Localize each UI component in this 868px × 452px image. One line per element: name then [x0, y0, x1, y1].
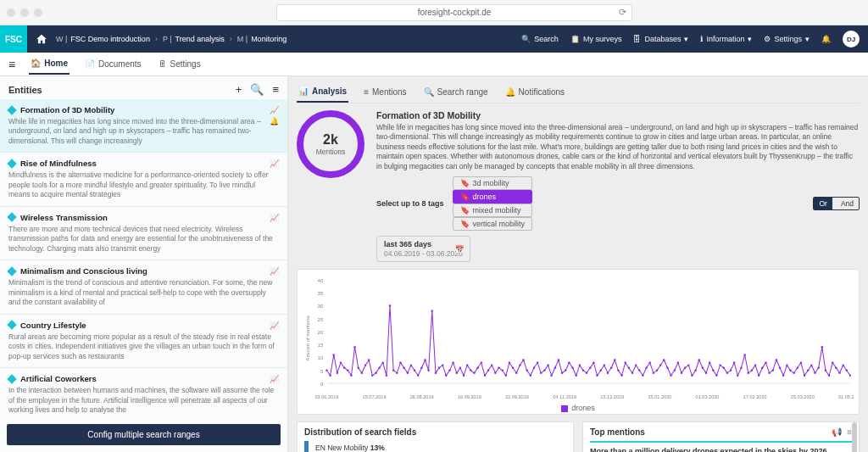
crumb-module[interactable]: M |Monitoring [237, 35, 287, 43]
chart-icon[interactable]: 📈 [270, 106, 279, 114]
panel-title: Top mentions [590, 427, 645, 437]
tab-home[interactable]: 🏠Home [29, 53, 70, 75]
entities-list[interactable]: Formation of 3D MobilityWhile life in me… [0, 99, 287, 417]
avatar[interactable]: DJ [843, 31, 860, 47]
entity-title: Artificial Coworkers [20, 374, 97, 383]
chevron-right-icon: › [155, 35, 158, 43]
information-menu[interactable]: ℹInformation ▾ [700, 35, 752, 43]
crumb-project[interactable]: P |Trend analysis [163, 35, 225, 43]
date-range-picker[interactable]: last 365 days 04.06.2019 - 03.06.2020 📅 [376, 236, 470, 262]
notifications-button[interactable]: 🔔 [821, 35, 831, 43]
mentions-count: 2k [323, 132, 338, 148]
svg-point-109 [674, 370, 676, 371]
chart-icon[interactable]: 📈 [270, 214, 279, 222]
entity-item[interactable]: Country LifestyleRural areas are becomin… [0, 315, 287, 368]
bell-icon[interactable]: 🔔 [270, 117, 279, 126]
chart-icon[interactable]: 📈 [270, 321, 279, 330]
svg-point-95 [624, 362, 626, 364]
svg-point-84 [586, 372, 587, 374]
entity-desc: In the interaction between humans and ma… [8, 386, 279, 415]
tab-search-range[interactable]: 🔍Search range [422, 83, 490, 103]
svg-point-98 [635, 365, 637, 366]
svg-point-40 [431, 310, 433, 312]
search-icon[interactable]: 🔍 [250, 83, 264, 96]
tab-analysis[interactable]: 📊Analysis [297, 83, 348, 103]
svg-text:03.06.2019: 03.06.2019 [314, 394, 338, 399]
svg-point-158 [846, 370, 848, 371]
entity-desc: There are more and more technical device… [8, 225, 279, 254]
tag-chip[interactable]: 🔖drones [453, 190, 533, 204]
entity-item[interactable]: Wireless TransmissionThere are more and … [0, 207, 287, 260]
url-bar[interactable]: foresight-cockpit.de ⟳ [276, 4, 632, 21]
config-search-ranges-button[interactable]: Config multiple search ranges [7, 424, 281, 445]
databases-menu[interactable]: 🗄Databases ▾ [633, 35, 688, 43]
traffic-light-icon [7, 8, 15, 17]
mention-item[interactable]: More than a million delivery drones expe… [590, 441, 852, 452]
list-icon: ≡ [364, 87, 369, 97]
entity-title: Formation of 3D Mobility [20, 105, 114, 114]
svg-text:25.01.2020: 25.01.2020 [648, 394, 671, 399]
tab-documents[interactable]: 📄Documents [83, 54, 143, 74]
crumb-workspace[interactable]: W |FSC Demo introduction [56, 35, 150, 43]
entity-desc: Mindfulness is the alternative medicine … [8, 170, 279, 199]
svg-point-19 [358, 367, 359, 369]
or-and-toggle[interactable]: OrAnd [813, 197, 860, 210]
app-logo[interactable]: FSC [0, 25, 27, 53]
svg-point-146 [804, 375, 805, 377]
tab-mentions[interactable]: ≡Mentions [362, 83, 408, 103]
chart-icon[interactable]: 📈 [270, 375, 279, 383]
svg-point-125 [730, 370, 732, 371]
filter-icon[interactable]: ≡ [272, 83, 279, 96]
chart-icon[interactable]: 📈 [270, 267, 279, 276]
svg-point-70 [537, 362, 538, 364]
svg-point-136 [768, 372, 770, 374]
entity-item[interactable]: Formation of 3D MobilityWhile life in me… [0, 99, 287, 153]
svg-point-144 [797, 367, 798, 369]
svg-point-138 [776, 360, 777, 361]
header-right: 🔍Search 📋My surveys 🗄Databases ▾ ℹInform… [521, 31, 860, 47]
tag-chip[interactable]: 🔖mixed mobility [453, 204, 533, 217]
menu-icon[interactable]: ≡ [8, 58, 15, 71]
megaphone-icon[interactable]: 📢 [832, 427, 842, 437]
search-button[interactable]: 🔍Search [521, 35, 559, 43]
svg-point-51 [470, 370, 471, 371]
svg-point-61 [505, 375, 507, 377]
svg-point-66 [522, 360, 524, 361]
my-surveys-button[interactable]: 📋My surveys [570, 35, 622, 43]
entity-item[interactable]: Artificial CoworkersIn the interaction b… [0, 368, 287, 417]
svg-text:30: 30 [318, 304, 324, 310]
chart-icon: 📊 [298, 86, 309, 96]
home-icon[interactable] [27, 33, 56, 45]
svg-point-67 [526, 370, 527, 371]
sidebar-title: Entities [8, 85, 42, 95]
tab-notifications[interactable]: 🔔Notifications [504, 83, 566, 103]
svg-point-126 [733, 362, 735, 364]
main-tabs: 📊Analysis ≡Mentions 🔍Search range 🔔Notif… [297, 83, 860, 103]
svg-point-27 [386, 375, 387, 377]
bell-icon: 🔔 [821, 35, 831, 43]
scrollbar[interactable] [852, 422, 857, 452]
entity-item[interactable]: Rise of MindfulnessMindfulness is the al… [0, 153, 287, 206]
svg-point-123 [723, 367, 725, 369]
entity-item[interactable]: Minimalism and Conscious livingMinimalis… [0, 260, 287, 314]
tab-settings[interactable]: 🎚Settings [157, 54, 203, 74]
svg-point-135 [765, 362, 766, 364]
info-icon: ℹ [700, 35, 703, 43]
svg-point-79 [568, 362, 570, 364]
svg-point-29 [392, 370, 394, 371]
settings-menu[interactable]: ⚙Settings ▾ [764, 35, 810, 43]
svg-point-62 [509, 362, 510, 364]
svg-point-113 [687, 365, 689, 366]
svg-point-91 [610, 367, 612, 369]
svg-point-58 [494, 372, 496, 374]
bar-icon [304, 441, 309, 452]
chart-icon[interactable]: 📈 [270, 159, 279, 168]
svg-text:15.07.2019: 15.07.2019 [363, 394, 387, 399]
svg-point-43 [442, 365, 443, 366]
tag-chip[interactable]: 🔖vertical mobility [453, 217, 533, 231]
add-icon[interactable]: + [236, 83, 242, 96]
tag-chip[interactable]: 🔖3d mobility [453, 176, 533, 190]
svg-point-94 [620, 375, 622, 377]
svg-point-148 [810, 365, 812, 366]
refresh-icon[interactable]: ⟳ [619, 7, 626, 18]
